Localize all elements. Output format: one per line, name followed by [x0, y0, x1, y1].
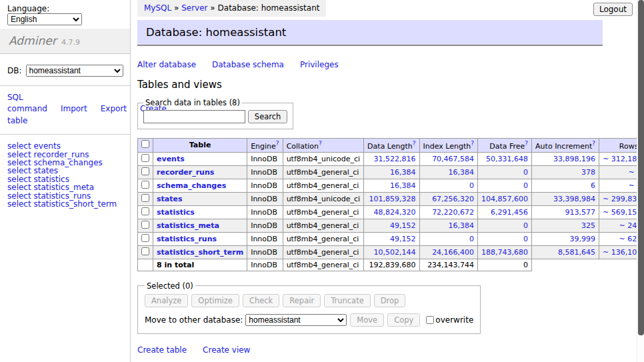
app-title: Adminer 4.7.9	[0, 29, 130, 54]
language-select[interactable]: English	[7, 13, 82, 25]
value-link[interactable]: 16,384	[449, 168, 475, 177]
value-link[interactable]: 16,384	[449, 221, 475, 230]
value-link[interactable]: 50,331,648	[486, 155, 528, 163]
db-action-alter-database[interactable]: Alter database	[137, 60, 196, 69]
table-header-row: TableEngine?Collation?Data Length?Index …	[138, 139, 644, 153]
truncate-button[interactable]: Truncate	[324, 294, 371, 307]
sidebar-link-export[interactable]: Export	[101, 104, 127, 113]
row-checkbox[interactable]	[141, 154, 149, 162]
breadcrumb-item-mysql[interactable]: MySQL	[144, 3, 171, 13]
value-link[interactable]: 0	[469, 235, 474, 243]
value-link[interactable]: 913,577	[565, 208, 596, 217]
sidebar-link-sql-command[interactable]: SQL command	[7, 93, 47, 113]
value-link[interactable]: 325	[581, 221, 595, 230]
value-link[interactable]: 0	[523, 181, 528, 190]
help-link[interactable]: ?	[525, 140, 528, 147]
cell-index-length: 72,220,672	[419, 205, 478, 219]
value-link[interactable]: 0	[523, 221, 528, 230]
select-all-checkbox[interactable]	[141, 140, 149, 148]
breadcrumb-item-server[interactable]: Server	[181, 3, 207, 13]
search-input[interactable]	[143, 110, 245, 123]
cell-auto-increment: 6	[532, 179, 599, 192]
help-link[interactable]: ?	[413, 140, 416, 147]
total-cell: 192,839,680	[364, 259, 419, 271]
table-link-states[interactable]: states	[157, 195, 183, 203]
value-link[interactable]: 0	[469, 181, 474, 190]
value-link[interactable]: 0	[523, 168, 528, 177]
value-link[interactable]: 8,581,645	[558, 248, 595, 257]
cell-data-free: 0	[478, 179, 532, 192]
value-link[interactable]: 48,824,320	[374, 208, 416, 217]
move-button[interactable]: Move	[350, 313, 384, 327]
value-link[interactable]: 24,166,400	[432, 248, 474, 257]
value-link[interactable]: 49,152	[390, 221, 416, 230]
db-action-privileges[interactable]: Privileges	[300, 60, 339, 69]
db-action-database-schema[interactable]: Database schema	[212, 60, 284, 69]
value-link[interactable]: ~ 136,108	[603, 248, 641, 257]
value-link[interactable]: 6	[591, 181, 595, 190]
overwrite-label[interactable]: overwrite	[435, 315, 473, 325]
link-create-table[interactable]: Create table	[137, 345, 187, 355]
drop-button[interactable]: Drop	[374, 294, 406, 307]
link-create-view[interactable]: Create view	[203, 345, 250, 355]
move-db-select[interactable]: homeassistant	[245, 314, 347, 326]
overwrite-checkbox[interactable]	[426, 316, 434, 324]
table-link-events[interactable]: events	[157, 155, 185, 163]
logout-button[interactable]: Logout	[593, 3, 633, 16]
value-link[interactable]: 72,220,672	[432, 208, 474, 217]
value-link[interactable]: 0	[523, 235, 528, 243]
table-link-schema-changes[interactable]: schema_changes	[157, 181, 226, 190]
value-link[interactable]: 16,384	[390, 168, 416, 177]
scrollbar[interactable]	[637, 0, 644, 362]
value-link[interactable]: 188,743,680	[481, 248, 528, 257]
value-link[interactable]: ~ 299,833	[603, 195, 641, 203]
value-link[interactable]: 33,398,984	[553, 195, 595, 203]
optimize-button[interactable]: Optimize	[191, 294, 239, 307]
table-link-statistics-short-term[interactable]: statistics_short_term	[157, 248, 243, 257]
db-select[interactable]: homeassistant	[26, 65, 123, 77]
cell-index-length: 16,384	[419, 165, 478, 179]
sidebar-link-import[interactable]: Import	[61, 104, 87, 113]
row-checkbox[interactable]	[141, 234, 149, 242]
value-link[interactable]: 104,857,600	[481, 195, 528, 203]
cell-table: statistics_meta	[153, 219, 247, 232]
cell-data-length: 101,859,328	[364, 192, 419, 205]
row-checkbox[interactable]	[141, 221, 149, 229]
help-link[interactable]: ?	[592, 140, 595, 147]
value-link[interactable]: 16,384	[390, 181, 416, 190]
value-link[interactable]: 378	[581, 168, 595, 177]
value-link[interactable]: 67,256,320	[432, 195, 474, 203]
value-link[interactable]: 49,152	[390, 235, 416, 243]
value-link[interactable]: 101,859,328	[369, 195, 416, 203]
repair-button[interactable]: Repair	[283, 294, 321, 307]
row-checkbox[interactable]	[141, 181, 149, 189]
value-link[interactable]: 39,999	[570, 235, 596, 243]
cell-collation: utf8mb4_unicode_ci	[283, 192, 363, 205]
table-link-recorder-runs[interactable]: recorder_runs	[157, 168, 214, 177]
row-checkbox[interactable]	[141, 167, 149, 175]
row-checkbox[interactable]	[141, 207, 149, 215]
check-button[interactable]: Check	[243, 294, 279, 307]
search-button[interactable]: Search	[248, 110, 288, 123]
value-link[interactable]: 10,502,144	[374, 248, 416, 257]
row-checkbox[interactable]	[141, 247, 149, 255]
value-link[interactable]: 70,467,584	[432, 155, 474, 163]
value-link[interactable]: 31,522,816	[374, 155, 416, 163]
table-link-statistics-runs[interactable]: statistics_runs	[157, 235, 217, 243]
value-link[interactable]: ~ 569,159	[603, 208, 641, 217]
value-link[interactable]: ~ 312,180	[603, 155, 641, 163]
table-link-statistics-meta[interactable]: statistics_meta	[157, 221, 219, 230]
copy-button[interactable]: Copy	[387, 313, 420, 327]
analyze-button[interactable]: Analyze	[145, 294, 188, 307]
help-link[interactable]: ?	[276, 140, 279, 147]
sidebar-link-select-statistics-short-term[interactable]: select statistics_short_term	[7, 199, 117, 209]
row-checkbox[interactable]	[141, 194, 149, 202]
help-link[interactable]: ?	[471, 140, 474, 147]
scrollbar-thumb[interactable]	[638, 0, 644, 335]
value-link[interactable]: 6,291,456	[491, 208, 528, 217]
value-link[interactable]: 33,898,196	[553, 155, 595, 163]
cell-engine: InnoDB	[247, 205, 283, 219]
table-link-statistics[interactable]: statistics	[157, 208, 195, 217]
breadcrumb-separator: »	[208, 3, 218, 13]
help-link[interactable]: ?	[319, 140, 322, 147]
